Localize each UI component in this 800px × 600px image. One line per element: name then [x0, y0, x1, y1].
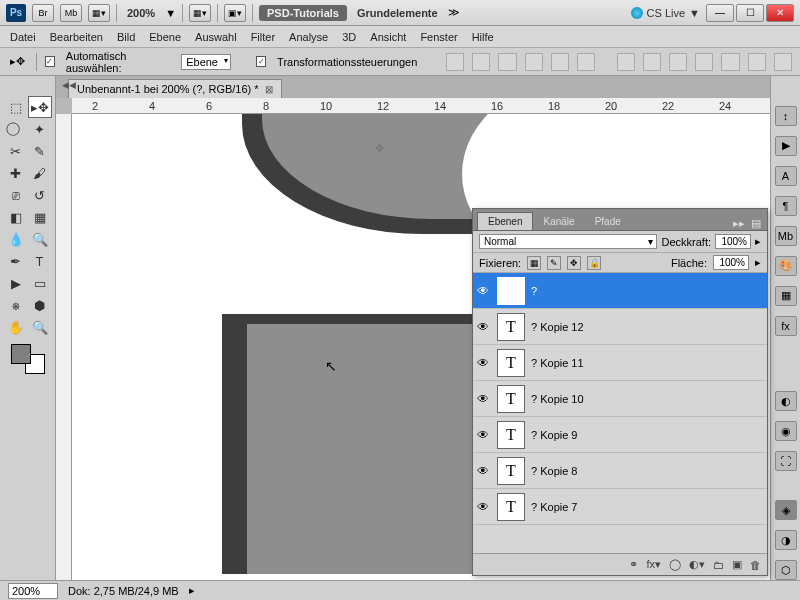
- fill-input[interactable]: 100%: [713, 255, 749, 270]
- layer-name[interactable]: ? Kopie 12: [531, 321, 584, 333]
- move-tool[interactable]: ▸✥: [28, 96, 52, 118]
- menu-datei[interactable]: Datei: [10, 31, 36, 43]
- workspace-more[interactable]: ≫: [448, 6, 460, 19]
- minibridge-button[interactable]: Mb: [60, 4, 82, 22]
- layer-thumbnail[interactable]: T: [497, 385, 525, 413]
- paths-panel-icon[interactable]: ⬡: [775, 560, 797, 580]
- menu-hilfe[interactable]: Hilfe: [472, 31, 494, 43]
- visibility-icon[interactable]: 👁: [477, 428, 491, 442]
- gradient-tool[interactable]: ▦: [28, 206, 52, 228]
- layer-row[interactable]: 👁T? Kopie 11: [473, 345, 767, 381]
- layer-thumbnail[interactable]: T: [497, 313, 525, 341]
- wand-tool[interactable]: ✦: [28, 118, 52, 140]
- layer-list[interactable]: 👁T?👁T? Kopie 12👁T? Kopie 11👁T? Kopie 10👁…: [473, 273, 767, 553]
- close-tab-icon[interactable]: ⊠: [265, 84, 273, 95]
- menu-bearbeiten[interactable]: Bearbeiten: [50, 31, 103, 43]
- layer-name[interactable]: ? Kopie 9: [531, 429, 577, 441]
- hand-tool[interactable]: ✋: [4, 316, 28, 338]
- menu-analyse[interactable]: Analyse: [289, 31, 328, 43]
- delete-layer-icon[interactable]: 🗑: [750, 559, 761, 571]
- visibility-icon[interactable]: 👁: [477, 284, 491, 298]
- layer-thumbnail[interactable]: T: [497, 277, 525, 305]
- link-layers-icon[interactable]: ⚭: [629, 558, 638, 571]
- distribute-button[interactable]: [721, 53, 739, 71]
- layer-thumbnail[interactable]: T: [497, 493, 525, 521]
- layer-name[interactable]: ? Kopie 11: [531, 357, 584, 369]
- visibility-icon[interactable]: 👁: [477, 320, 491, 334]
- status-doc-info[interactable]: Dok: 2,75 MB/24,9 MB: [68, 585, 179, 597]
- layer-mask-icon[interactable]: ◯: [669, 558, 681, 571]
- align-button[interactable]: [577, 53, 595, 71]
- layer-name[interactable]: ? Kopie 10: [531, 393, 584, 405]
- shape-tool[interactable]: ▭: [28, 272, 52, 294]
- distribute-button[interactable]: [774, 53, 792, 71]
- tab-kanaele[interactable]: Kanäle: [533, 213, 584, 230]
- menu-ebene[interactable]: Ebene: [149, 31, 181, 43]
- layer-thumbnail[interactable]: T: [497, 421, 525, 449]
- workspace-button-1[interactable]: PSD-Tutorials: [259, 5, 347, 21]
- distribute-button[interactable]: [643, 53, 661, 71]
- zoom-tool[interactable]: 🔍: [28, 316, 52, 338]
- menu-3d[interactable]: 3D: [342, 31, 356, 43]
- navigator-panel-icon[interactable]: ⛶: [775, 451, 797, 471]
- pen-tool[interactable]: ✒: [4, 250, 28, 272]
- crop-tool[interactable]: ✂: [4, 140, 28, 162]
- visibility-icon[interactable]: 👁: [477, 392, 491, 406]
- transform-checkbox[interactable]: ✓: [256, 56, 266, 67]
- path-select-tool[interactable]: ▶: [4, 272, 28, 294]
- layer-row[interactable]: 👁T? Kopie 8: [473, 453, 767, 489]
- brush-tool[interactable]: 🖌: [28, 162, 52, 184]
- view-extras-button[interactable]: ▦▾: [88, 4, 110, 22]
- align-button[interactable]: [498, 53, 516, 71]
- layer-row[interactable]: 👁T? Kopie 9: [473, 417, 767, 453]
- menu-ansicht[interactable]: Ansicht: [370, 31, 406, 43]
- align-button[interactable]: [472, 53, 490, 71]
- lasso-tool[interactable]: ⃝: [4, 118, 28, 140]
- arrange-button[interactable]: ▦▾: [189, 4, 211, 22]
- close-button[interactable]: ✕: [766, 4, 794, 22]
- layer-row[interactable]: 👁T?: [473, 273, 767, 309]
- align-button[interactable]: [446, 53, 464, 71]
- status-zoom-input[interactable]: 200%: [8, 583, 58, 599]
- eyedropper-tool[interactable]: ✎: [28, 140, 52, 162]
- stamp-tool[interactable]: ⎚: [4, 184, 28, 206]
- tab-pfade[interactable]: Pfade: [585, 213, 631, 230]
- screenmode-button[interactable]: ▣▾: [224, 4, 246, 22]
- lock-pixels-icon[interactable]: ✎: [547, 256, 561, 270]
- actions-panel-icon[interactable]: ▶: [775, 136, 797, 156]
- panel-menu-icon[interactable]: ▤: [751, 217, 761, 230]
- visibility-icon[interactable]: 👁: [477, 464, 491, 478]
- align-button[interactable]: [525, 53, 543, 71]
- masks-panel-icon[interactable]: ◉: [775, 421, 797, 441]
- adjustments-panel-icon[interactable]: ◐: [775, 391, 797, 411]
- layer-row[interactable]: 👁T? Kopie 10: [473, 381, 767, 417]
- panel-collapse-icon[interactable]: ▸▸: [733, 217, 745, 230]
- marquee-tool[interactable]: ⬚: [4, 96, 28, 118]
- menu-filter[interactable]: Filter: [251, 31, 275, 43]
- layer-row[interactable]: 👁T? Kopie 12: [473, 309, 767, 345]
- opacity-input[interactable]: 100%: [715, 234, 751, 249]
- autoselect-checkbox[interactable]: ✓: [45, 56, 55, 67]
- workspace-button-2[interactable]: Grundelemente: [353, 7, 442, 19]
- layer-name[interactable]: ? Kopie 8: [531, 465, 577, 477]
- history-panel-icon[interactable]: ↕: [775, 106, 797, 126]
- dodge-tool[interactable]: 🔍: [28, 228, 52, 250]
- cslive-button[interactable]: CS Live▼: [631, 7, 700, 19]
- layer-name[interactable]: ? Kopie 7: [531, 501, 577, 513]
- menu-bild[interactable]: Bild: [117, 31, 135, 43]
- mb-panel-icon[interactable]: Mb: [775, 226, 797, 246]
- fill-flyout-icon[interactable]: ▸: [755, 256, 761, 269]
- layer-fx-icon[interactable]: fx▾: [646, 558, 661, 571]
- distribute-button[interactable]: [669, 53, 687, 71]
- align-button[interactable]: [551, 53, 569, 71]
- layer-row[interactable]: 👁T? Kopie 7: [473, 489, 767, 525]
- lock-position-icon[interactable]: ✥: [567, 256, 581, 270]
- heal-tool[interactable]: ✚: [4, 162, 28, 184]
- styles-panel-icon[interactable]: fx: [775, 316, 797, 336]
- maximize-button[interactable]: ☐: [736, 4, 764, 22]
- blur-tool[interactable]: 💧: [4, 228, 28, 250]
- layer-thumbnail[interactable]: T: [497, 457, 525, 485]
- new-layer-icon[interactable]: ▣: [732, 558, 742, 571]
- distribute-button[interactable]: [695, 53, 713, 71]
- 3d-camera-tool[interactable]: ⬢: [28, 294, 52, 316]
